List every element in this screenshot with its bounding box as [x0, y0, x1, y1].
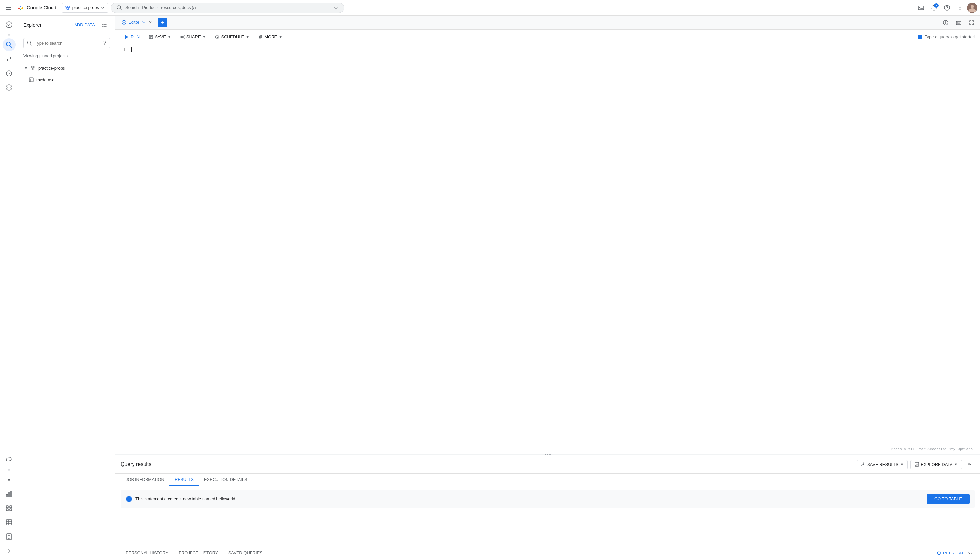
new-tab-button[interactable]: +: [158, 18, 167, 27]
tab-results[interactable]: RESULTS: [170, 474, 199, 486]
svg-point-11: [971, 5, 974, 8]
hint-info-icon: [917, 34, 923, 40]
share-button[interactable]: SHARE ▼: [176, 32, 210, 41]
more-button[interactable]: MORE ▼: [254, 32, 286, 41]
user-avatar-icon: [967, 3, 977, 13]
tree-item-dataset[interactable]: mydataset ⋮: [18, 74, 115, 85]
results-tabs-bar: JOB INFORMATION RESULTS EXECUTION DETAIL…: [115, 474, 980, 486]
svg-rect-34: [956, 22, 961, 25]
info-button[interactable]: [940, 17, 952, 28]
project-selector[interactable]: practice-probs: [62, 3, 108, 13]
more-options-icon: [957, 5, 963, 11]
right-content: Editor ✕ +: [115, 15, 980, 560]
notifications-button[interactable]: 5: [928, 2, 940, 13]
dashboards-icon: [5, 505, 13, 512]
analytics-icon: [5, 84, 13, 91]
editor-tab-main[interactable]: Editor ✕: [118, 15, 157, 30]
add-data-button[interactable]: + ADD DATA: [68, 20, 98, 29]
bottom-tabs-bar: PERSONAL HISTORY PROJECT HISTORY SAVED Q…: [115, 546, 980, 560]
sidebar-item-docs[interactable]: [3, 530, 15, 543]
sidebar-item-dot1[interactable]: [3, 473, 15, 486]
google-cloud-logo[interactable]: Google Cloud: [17, 4, 57, 12]
search-icon: [116, 5, 122, 11]
save-results-button[interactable]: SAVE RESULTS ▼: [857, 460, 908, 469]
sidebar-item-tools[interactable]: [3, 453, 15, 466]
project-tree-label: practice-probs: [38, 66, 100, 71]
svg-point-1: [68, 6, 70, 8]
more-dropdown-arrow: ▼: [279, 35, 282, 39]
svg-point-29: [33, 68, 34, 70]
query-results-panel: Query results SAVE RESULTS ▼: [115, 455, 980, 546]
search-bar[interactable]: Search Products, resources, docs (/): [111, 3, 344, 13]
collapse-panel-icon: [102, 22, 108, 28]
refresh-button[interactable]: REFRESH: [936, 551, 963, 556]
collapse-bottom-icon: [968, 551, 973, 556]
expand-sidebar-icon: [5, 547, 13, 555]
project-more-button[interactable]: ⋮: [102, 64, 110, 72]
tab-execution-details[interactable]: EXECUTION DETAILS: [199, 474, 252, 486]
fullscreen-icon: [969, 20, 975, 26]
transfers-icon: [5, 55, 13, 63]
user-avatar[interactable]: [967, 3, 977, 13]
explorer-search-wrapper[interactable]: ?: [23, 38, 110, 48]
collapse-results-icon: [967, 462, 972, 467]
tab-personal-history[interactable]: PERSONAL HISTORY: [120, 546, 173, 560]
go-to-table-button[interactable]: GO TO TABLE: [927, 494, 970, 504]
save-results-arrow: ▼: [900, 462, 903, 466]
refresh-icon: [936, 551, 942, 556]
explorer-search-input[interactable]: [35, 41, 101, 46]
sidebar-item-analytics[interactable]: [3, 81, 15, 94]
run-icon: [125, 35, 129, 39]
explore-data-button[interactable]: EXPLORE DATA ▼: [910, 460, 962, 469]
code-editor[interactable]: 1 Press Alt+F1 for Accessibility Options…: [115, 44, 980, 454]
tab-saved-queries[interactable]: SAVED QUERIES: [223, 546, 268, 560]
editor-tab-close-button[interactable]: ✕: [148, 20, 153, 25]
sidebar-item-transfers[interactable]: [3, 52, 15, 65]
dataset-tree-label: mydataset: [36, 77, 100, 82]
sidebar-item-expand[interactable]: [3, 545, 15, 557]
sidebar-item-dashboards[interactable]: [3, 502, 15, 515]
fullscreen-button[interactable]: [966, 17, 977, 28]
info-banner-icon: [126, 496, 132, 502]
sidebar-item-history[interactable]: [3, 67, 15, 80]
collapse-bottom-button[interactable]: [966, 549, 975, 558]
tree-item-project[interactable]: ▼ practice-probs ⋮: [18, 62, 115, 74]
left-panel-actions: + ADD DATA: [68, 20, 110, 30]
schedule-button[interactable]: SCHEDULE ▼: [211, 32, 253, 41]
run-button[interactable]: RUN: [120, 32, 143, 41]
help-button[interactable]: [941, 2, 953, 13]
collapse-panel-button[interactable]: [100, 20, 110, 30]
line-number-1: 1: [115, 47, 131, 52]
keyboard-button[interactable]: [953, 17, 965, 28]
sidebar-item-bigquery[interactable]: [3, 18, 15, 31]
more-options-button[interactable]: [954, 2, 966, 13]
results-actions: SAVE RESULTS ▼ EXPLORE DATA ▼: [857, 459, 975, 470]
sidebar-item-search[interactable]: [3, 38, 15, 51]
collapse-results-button[interactable]: [965, 459, 975, 470]
svg-rect-19: [10, 492, 12, 497]
editor-cursor: [131, 47, 132, 52]
explorer-title: Explorer: [23, 22, 42, 28]
schedule-icon: [215, 35, 219, 39]
line-content-1[interactable]: [131, 47, 980, 53]
cloud-shell-button[interactable]: [915, 2, 927, 13]
sidebar-item-charts[interactable]: [3, 487, 15, 500]
svg-point-27: [32, 67, 33, 68]
svg-point-38: [180, 36, 182, 38]
editor-hint: Type a query to get started: [917, 34, 975, 40]
save-results-icon: [861, 462, 866, 467]
dropdown-arrow-icon: [101, 6, 105, 10]
left-panel-header: Explorer + ADD DATA: [18, 15, 115, 34]
hamburger-menu-button[interactable]: [3, 2, 14, 13]
dataset-more-button[interactable]: ⋮: [102, 76, 110, 83]
tab-dropdown-icon: [141, 20, 146, 25]
search-help-icon[interactable]: ?: [103, 40, 106, 46]
svg-rect-23: [10, 509, 12, 511]
docs-icon: [5, 533, 13, 540]
tab-job-information[interactable]: JOB INFORMATION: [120, 474, 170, 486]
sidebar-item-table[interactable]: [3, 516, 15, 529]
svg-rect-24: [7, 520, 12, 525]
table-icon: [5, 519, 13, 526]
save-button[interactable]: SAVE ▼: [145, 32, 175, 41]
tab-project-history[interactable]: PROJECT HISTORY: [173, 546, 223, 560]
